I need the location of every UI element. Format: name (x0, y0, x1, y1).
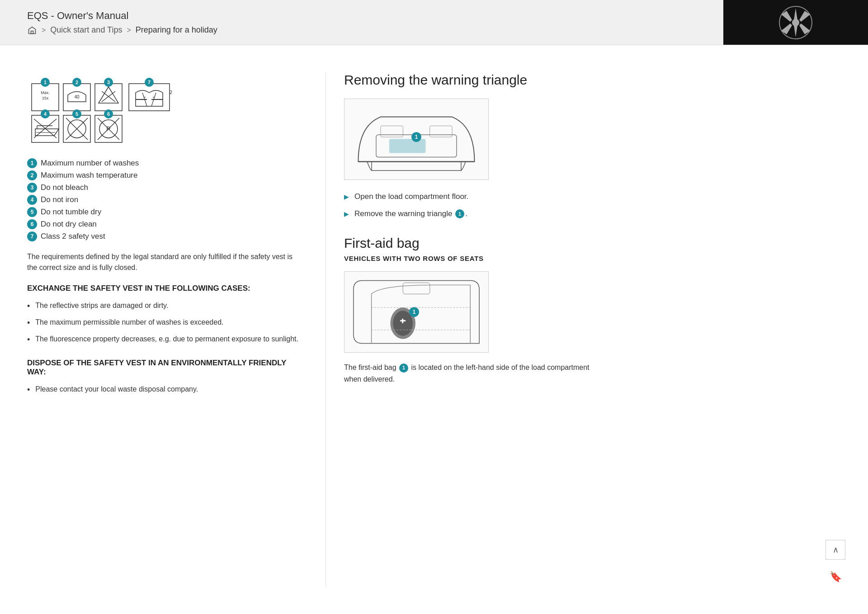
requirements-text: The requirements defined by the legal st… (27, 251, 298, 273)
breadcrumb-sep2: > (127, 26, 131, 34)
breadcrumb-section[interactable]: Quick start and Tips (50, 25, 122, 35)
exchange-heading: EXCHANGE THE SAFETY VEST IN THE FOLLOWIN… (27, 284, 298, 293)
exchange-item-3-text: The fluorescence property decreases, e.g… (35, 334, 298, 345)
arrow-icon-1: ▶ (344, 192, 349, 202)
care-items-list: 1 Maximum number of washes 2 Maximum was… (27, 158, 298, 241)
svg-rect-66 (402, 319, 403, 323)
warning-triangle-instructions: ▶ Open the load compartment floor. ▶ Rem… (344, 191, 841, 219)
warning-triangle-title: Removing the warning triangle (344, 72, 841, 88)
instruction-1: ▶ Open the load compartment floor. (344, 191, 841, 203)
first-aid-description: The first-aid bag 1 is located on the le… (344, 362, 606, 385)
step-badge-2: 1 (399, 364, 408, 373)
list-item: 3 Do not bleach (27, 183, 298, 193)
list-item: 4 Do not iron (27, 195, 298, 205)
exchange-item-2-text: The maximum permissible number of washes… (35, 317, 223, 328)
mercedes-logo (778, 5, 814, 41)
svg-rect-60 (381, 126, 403, 137)
first-aid-diagram: 1 (344, 271, 489, 353)
home-icon[interactable] (27, 25, 37, 35)
exchange-item-2: The maximum permissible number of washes… (27, 317, 298, 329)
item-label-4: Do not iron (41, 195, 78, 204)
item-label-2: Maximum wash temperature (41, 171, 137, 180)
svg-text:2: 2 (75, 80, 78, 85)
svg-text:3: 3 (107, 80, 110, 85)
svg-rect-61 (430, 126, 452, 137)
dispose-list: Please contact your local waste disposal… (27, 384, 298, 396)
list-item: 2 Maximum wash temperature (27, 170, 298, 180)
svg-rect-62 (403, 283, 430, 294)
header-logo-area (723, 0, 868, 45)
care-symbols-illustration: Max. 15x 1 40 2 3 (27, 72, 181, 145)
item-label-7: Class 2 safety vest (41, 232, 105, 241)
list-item: 6 Do not dry clean (27, 219, 298, 229)
item-label-5: Do not tumble dry (41, 208, 101, 217)
exchange-item-1: The reflective strips are damaged or dir… (27, 300, 298, 312)
item-label-3: Do not bleach (41, 183, 88, 192)
svg-text:1: 1 (413, 309, 416, 315)
svg-text:7: 7 (148, 80, 151, 85)
breadcrumb-current: Preparing for a holiday (136, 25, 217, 35)
chevron-up-icon: ∧ (833, 545, 839, 555)
dispose-heading: DISPOSE OF THE SAFETY VEST IN AN ENVIRON… (27, 359, 298, 377)
bookmark-icon: 🔖 (830, 571, 842, 583)
description-part1: The first-aid bag (344, 364, 396, 371)
main-content: Max. 15x 1 40 2 3 (0, 45, 868, 614)
item-badge-4: 4 (27, 195, 37, 205)
doc-title: EQS - Owner's Manual (27, 10, 217, 22)
arrow-icon-2: ▶ (344, 209, 349, 219)
svg-text:Max.: Max. (41, 90, 50, 95)
item-badge-6: 6 (27, 219, 37, 229)
svg-text:40: 40 (74, 94, 80, 99)
item-badge-7: 7 (27, 231, 37, 241)
list-item: 7 Class 2 safety vest (27, 231, 298, 241)
svg-rect-24 (129, 84, 170, 111)
item-badge-1: 1 (27, 158, 37, 168)
svg-point-8 (792, 19, 799, 26)
exchange-item-3: The fluorescence property decreases, e.g… (27, 334, 298, 346)
care-symbols-svg: Max. 15x 1 40 2 3 (27, 72, 181, 145)
svg-text:15x: 15x (42, 96, 49, 100)
first-aid-title: First-aid bag (344, 236, 841, 251)
vehicles-subtitle: VEHICLES WITH TWO ROWS OF SEATS (344, 255, 841, 262)
list-item: 5 Do not tumble dry (27, 207, 298, 217)
svg-text:5: 5 (75, 111, 78, 117)
svg-rect-0 (31, 31, 33, 33)
svg-rect-57 (390, 139, 425, 153)
svg-text:6: 6 (107, 111, 110, 117)
item-badge-2: 2 (27, 170, 37, 180)
dispose-item-1-text: Please contact your local waste disposal… (35, 384, 198, 395)
step-badge-1: 1 (455, 209, 464, 218)
car-trunk-diagram: 1 (344, 99, 488, 179)
dispose-item-1: Please contact your local waste disposal… (27, 384, 298, 396)
svg-text:1: 1 (415, 134, 418, 140)
item-badge-3: 3 (27, 183, 37, 193)
breadcrumb: > Quick start and Tips > Preparing for a… (27, 25, 217, 35)
instruction-1-text: Open the load compartment floor. (354, 191, 468, 203)
list-item: 1 Maximum number of washes (27, 158, 298, 168)
bookmark-button[interactable]: 🔖 (826, 567, 845, 587)
svg-text:2: 2 (170, 90, 172, 95)
breadcrumb-sep1: > (42, 26, 46, 34)
warning-triangle-diagram: 1 (344, 99, 489, 180)
item-badge-5: 5 (27, 207, 37, 217)
left-column: Max. 15x 1 40 2 3 (27, 72, 326, 587)
first-aid-bag-diagram: 1 (344, 271, 488, 353)
header: EQS - Owner's Manual > Quick start and T… (0, 0, 868, 45)
header-left: EQS - Owner's Manual > Quick start and T… (27, 10, 217, 35)
svg-text:4: 4 (44, 111, 47, 117)
svg-text:1: 1 (44, 80, 47, 85)
instruction-2: ▶ Remove the warning triangle 1. (344, 208, 841, 220)
item-label-6: Do not dry clean (41, 220, 97, 229)
right-column: Removing the warning triangle 1 (326, 72, 841, 587)
exchange-list: The reflective strips are damaged or dir… (27, 300, 298, 346)
scroll-top-button[interactable]: ∧ (826, 540, 845, 560)
exchange-item-1-text: The reflective strips are damaged or dir… (35, 300, 168, 311)
svg-rect-18 (95, 84, 122, 111)
instruction-2-text: Remove the warning triangle 1. (354, 208, 467, 220)
item-label-1: Maximum number of washes (41, 159, 139, 168)
